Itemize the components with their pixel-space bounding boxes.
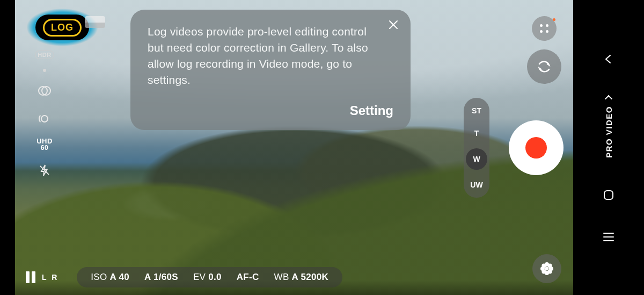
recents-icon[interactable] [603, 233, 614, 241]
zoom-option-st[interactable]: ST [466, 103, 487, 118]
zoom-option-t[interactable]: T [466, 126, 487, 141]
bottom-info-bar: L R ISO A 40 A 1/60S EV 0.0 AF-C WB A 52… [15, 267, 573, 287]
shutter-readout[interactable]: A 1/60S [144, 272, 178, 283]
top-right-controls [527, 16, 561, 84]
left-tool-column: HDR UHD 60 [15, 0, 74, 295]
record-button[interactable] [509, 120, 564, 175]
svg-point-2 [41, 116, 48, 122]
option-dot-icon[interactable] [43, 69, 46, 72]
filter-icon[interactable] [35, 82, 54, 100]
flash-off-icon[interactable] [35, 161, 54, 179]
wb-readout[interactable]: WB A 5200K [274, 272, 329, 283]
more-modes-button[interactable] [532, 16, 557, 41]
exposure-params-bar[interactable]: ISO A 40 A 1/60S EV 0.0 AF-C WB A 5200K [77, 267, 342, 287]
home-icon[interactable] [603, 189, 614, 201]
record-dot-icon [525, 137, 547, 159]
mode-text: PRO VIDEO [604, 106, 613, 158]
audio-levels[interactable]: L R [26, 271, 58, 283]
hdr-toggle[interactable]: HDR [35, 51, 54, 59]
zoom-selector[interactable]: ST T W UW [464, 98, 489, 198]
audio-bars-icon [26, 271, 35, 283]
ev-readout[interactable]: EV 0.0 [193, 272, 222, 283]
stereo-label: L R [42, 273, 58, 282]
histogram-icon[interactable] [85, 16, 105, 28]
close-icon[interactable] [388, 19, 399, 30]
resolution-button[interactable]: UHD 60 [36, 138, 53, 152]
system-nav-bar: PRO VIDEO [573, 0, 644, 295]
grid-dots-icon [539, 24, 549, 33]
left-black-bar [0, 0, 15, 295]
back-icon[interactable] [603, 54, 614, 64]
resolution-line2: 60 [36, 145, 53, 152]
tooltip-body: Log videos provide pro-level editing con… [148, 24, 384, 88]
mode-label[interactable]: PRO VIDEO [604, 96, 613, 158]
iso-readout[interactable]: ISO A 40 [91, 272, 129, 283]
focus-mode-icon[interactable] [35, 110, 54, 128]
camera-app-frame: LOG HDR UHD 60 [0, 0, 644, 295]
switch-camera-button[interactable] [527, 49, 561, 84]
viewfinder[interactable]: LOG HDR UHD 60 [15, 0, 573, 295]
af-readout[interactable]: AF-C [237, 272, 259, 283]
zoom-option-w[interactable]: W [466, 148, 487, 170]
svg-rect-13 [604, 191, 613, 199]
tooltip-settings-link[interactable]: Setting [148, 103, 393, 118]
log-tooltip-card: Log videos provide pro-level editing con… [130, 10, 411, 130]
zoom-option-uw[interactable]: UW [466, 177, 487, 192]
